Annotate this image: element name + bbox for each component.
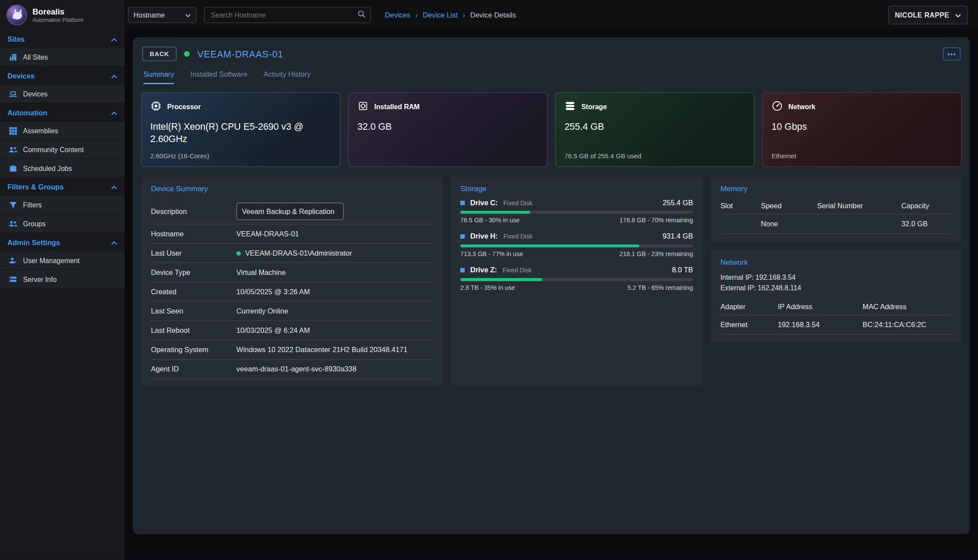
drive-row-z: Drive Z: Fixed Disk 8.0 TB 2.8 TB - 35% …	[460, 266, 693, 291]
column-header: Serial Number	[817, 199, 901, 214]
sites-icon	[9, 53, 18, 61]
sidebar-item-all-sites[interactable]: All Sites	[0, 48, 125, 67]
summary-row-agent-guid: Agent GUID de16c0c1-8aa2-4d18-9585-9ce91…	[151, 379, 433, 385]
summary-row-last-seen: Last Seen Currently Online	[151, 302, 433, 321]
ram-icon	[358, 100, 369, 113]
right-column: Memory Slot Speed Serial Number Capacity…	[710, 176, 962, 343]
online-status-icon	[184, 51, 190, 57]
drive-type: Fixed Disk	[503, 267, 532, 274]
tab-installed-software[interactable]: Installed Software	[190, 71, 247, 84]
description-input[interactable]	[236, 203, 344, 220]
memory-speed: None	[761, 214, 817, 234]
user-menu-button[interactable]: NICOLE RAPPE	[888, 6, 968, 25]
row-value: Virtual Machine	[236, 269, 433, 276]
briefcase-icon	[9, 164, 18, 172]
external-ip: External IP: 162.248.8.114	[720, 283, 952, 293]
chevron-up-icon	[111, 109, 117, 116]
panel-title: Device Summary	[151, 185, 433, 193]
memory-capacity: 32.0 GB	[901, 214, 952, 234]
sidebar-section-filters-groups[interactable]: Filters & Groups	[0, 178, 125, 196]
server-icon	[9, 275, 18, 283]
breadcrumb-device-list[interactable]: Device List	[423, 11, 458, 19]
chevron-up-icon	[111, 239, 117, 246]
row-value: VEEAM-DRAAS-01	[236, 230, 433, 238]
sidebar-item-user-management[interactable]: User Management	[0, 251, 125, 270]
sidebar-item-scheduled-jobs[interactable]: Scheduled Jobs	[0, 159, 125, 178]
search-box	[204, 7, 371, 23]
sidebar-item-filters[interactable]: Filters	[0, 196, 125, 214]
drive-row-c: Drive C: Fixed Disk 255.4 GB 76.5 GB - 3…	[460, 199, 693, 224]
tab-bar: Summary Installed Software Activity Hist…	[141, 71, 962, 84]
sidebar-item-label: Filters	[23, 201, 42, 208]
sidebar-item-assemblies[interactable]: Assemblies	[0, 121, 125, 140]
column-header: Capacity	[901, 199, 952, 214]
sidebar-item-devices[interactable]: Devices	[0, 85, 125, 103]
stat-card-processor: Processor Intel(R) Xeon(R) CPU E5-2690 v…	[141, 92, 340, 167]
network-gauge-icon	[771, 100, 783, 113]
detail-panels: Device Summary Description Hostname VEEA…	[141, 176, 962, 385]
drive-remaining: 5.2 TB - 65% remaining	[627, 284, 693, 291]
panel-title: Network	[720, 258, 952, 267]
sidebar-section-automation[interactable]: Automation	[0, 103, 125, 121]
chevron-down-icon	[185, 11, 191, 19]
breadcrumb: Devices › Device List › Device Details	[385, 11, 516, 19]
sidebar-item-server-info[interactable]: Server Info	[0, 270, 125, 289]
stat-card-value: 255.4 GB	[565, 120, 736, 133]
breadcrumb-separator: ›	[463, 11, 465, 19]
row-value: Currently Online	[236, 307, 433, 315]
column-header: Speed	[761, 199, 817, 214]
sidebar-item-label: Groups	[23, 220, 46, 227]
panel-title: Storage	[460, 185, 693, 193]
row-value: veeam-draas-01-agent-svc-8930a338	[236, 365, 433, 373]
sidebar-item-community-content[interactable]: Community Content	[0, 140, 125, 159]
column-header: Adapter	[720, 300, 778, 316]
search-input[interactable]	[210, 11, 358, 19]
sidebar-section-devices[interactable]: Devices	[0, 67, 125, 85]
adapter-ip: 192.168.3.54	[778, 315, 863, 335]
drive-usage-bar	[460, 278, 693, 281]
drive-usage-bar	[460, 210, 693, 214]
processor-icon	[150, 100, 162, 113]
internal-ip: Internal IP: 192.168.3.54	[720, 272, 952, 283]
device-summary-panel: Device Summary Description Hostname VEEA…	[141, 176, 443, 385]
row-value: Windows 10 2022 Datacenter 21H2 Build 20…	[236, 346, 433, 353]
search-icon	[358, 9, 365, 21]
breadcrumb-devices[interactable]: Devices	[385, 11, 410, 19]
drive-remaining: 218.1 GB - 23% remaining	[620, 250, 693, 257]
section-label: Automation	[7, 109, 47, 116]
drive-usage-fill	[460, 278, 542, 281]
drive-usage-fill	[460, 210, 530, 214]
drive-usage-bar	[460, 244, 693, 247]
memory-slot	[720, 214, 761, 234]
tab-summary[interactable]: Summary	[143, 71, 174, 84]
stat-card-title: Processor	[167, 103, 201, 111]
app-logo: Borealis Automation Platform	[0, 0, 125, 30]
topbar: Hostname Devices › Device List › Device …	[125, 0, 978, 30]
section-label: Filters & Groups	[7, 183, 64, 190]
drive-row-h: Drive H: Fixed Disk 931.4 GB 713.3 GB - …	[460, 232, 693, 257]
hostname-filter-value: Hostname	[133, 11, 165, 19]
page-title: VEEAM-DRAAS-01	[197, 49, 283, 59]
user-gear-icon	[9, 256, 18, 265]
drive-remaining: 178.8 GB - 70% remaining	[620, 217, 693, 224]
back-button[interactable]: BACK	[142, 47, 177, 61]
tab-activity-history[interactable]: Activity History	[264, 71, 311, 84]
people-icon	[9, 219, 18, 228]
drive-size: 931.4 GB	[663, 232, 693, 240]
column-header: Slot	[720, 199, 761, 214]
memory-serial	[817, 214, 901, 234]
chevron-up-icon	[111, 72, 117, 79]
sidebar-section-admin-settings[interactable]: Admin Settings	[0, 233, 125, 251]
chevron-up-icon	[111, 183, 117, 190]
sidebar-item-groups[interactable]: Groups	[0, 214, 125, 233]
app-root: Borealis Automation Platform Sites All S…	[0, 0, 978, 560]
stat-cards: Processor Intel(R) Xeon(R) CPU E5-2690 v…	[141, 92, 962, 167]
drive-used: 713.3 GB - 77% in use	[460, 250, 523, 257]
section-label: Admin Settings	[7, 239, 60, 246]
sidebar-section-sites[interactable]: Sites	[0, 30, 125, 48]
stat-card-title: Network	[788, 103, 816, 111]
more-options-button[interactable]: •••	[943, 47, 960, 61]
hostname-filter-select[interactable]: Hostname	[128, 7, 196, 23]
stat-card-subtitle: 76.5 GB of 255.4 GB used	[565, 152, 641, 160]
filter-icon	[9, 200, 18, 209]
